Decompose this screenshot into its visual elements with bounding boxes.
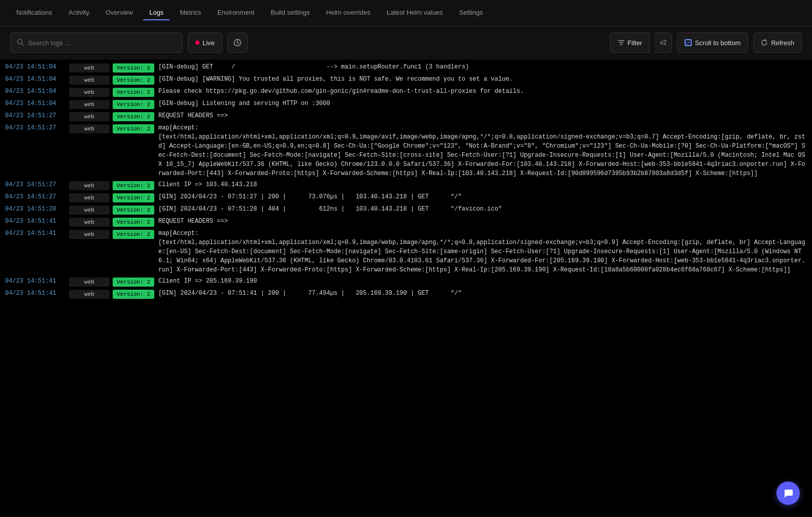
log-service: web xyxy=(69,88,110,97)
log-message: [GIN] 2024/04/23 - 07:51:27 | 200 | 73.0… xyxy=(158,192,807,201)
log-service: web xyxy=(69,76,110,85)
log-version: Version: 2 xyxy=(113,290,154,299)
log-timestamp: 04/23 14:51:27 xyxy=(5,180,66,189)
refresh-button[interactable]: Refresh xyxy=(753,32,802,53)
log-timestamp: 04/23 14:51:41 xyxy=(5,277,66,286)
log-message: map[Accept: [text/html,application/xhtml… xyxy=(158,229,807,274)
log-message: REQUEST HEADERS ==> xyxy=(158,111,807,120)
nav-item-logs[interactable]: Logs xyxy=(143,6,170,20)
log-row: 04/23 14:51:04webVersion: 2[GIN-debug] G… xyxy=(0,61,812,74)
log-version: Version: 2 xyxy=(113,76,154,85)
log-row: 04/23 14:51:41webVersion: 2Client IP => … xyxy=(0,275,812,288)
nav-item-settings[interactable]: Settings xyxy=(453,6,489,20)
log-version: Version: 2 xyxy=(113,124,154,133)
chat-bubble[interactable] xyxy=(776,481,800,505)
log-timestamp: 04/23 14:51:04 xyxy=(5,99,66,108)
log-version: Version: 2 xyxy=(113,181,154,190)
log-row: 04/23 14:51:27webVersion: 2REQUEST HEADE… xyxy=(0,110,812,122)
log-service: web xyxy=(69,290,110,299)
log-row: 04/23 14:51:41webVersion: 2[GIN] 2024/04… xyxy=(0,288,812,300)
log-version: Version: 2 xyxy=(113,230,154,239)
log-message: [GIN-debug] Listening and serving HTTP o… xyxy=(158,99,807,108)
log-row: 04/23 14:51:04webVersion: 2Please check … xyxy=(0,86,812,98)
log-area[interactable]: 04/23 14:51:04webVersion: 2[GIN-debug] G… xyxy=(0,59,812,517)
filter-label: Filter xyxy=(628,39,642,47)
log-version: Version: 2 xyxy=(113,218,154,227)
log-service: web xyxy=(69,63,110,73)
log-message: Client IP => 205.169.39.190 xyxy=(158,277,807,286)
log-service: web xyxy=(69,124,110,133)
nav-item-overview[interactable]: Overview xyxy=(99,6,139,20)
v2-badge: v2 xyxy=(655,32,672,53)
log-service: web xyxy=(69,218,110,227)
scroll-checkbox xyxy=(685,39,692,46)
log-row: 04/23 14:51:27webVersion: 2Client IP => … xyxy=(0,179,812,191)
log-message: map[Accept: [text/html,application/xhtml… xyxy=(158,123,807,178)
log-row: 04/23 14:51:41webVersion: 2map[Accept: [… xyxy=(0,228,812,275)
log-row: 04/23 14:51:04webVersion: 2[GIN-debug] [… xyxy=(0,74,812,86)
nav-item-activity[interactable]: Activity xyxy=(62,6,95,20)
log-version: Version: 2 xyxy=(113,205,154,215)
log-timestamp: 04/23 14:51:41 xyxy=(5,229,66,238)
log-row: 04/23 14:51:41webVersion: 2REQUEST HEADE… xyxy=(0,216,812,228)
filter-button[interactable]: Filter xyxy=(610,32,650,53)
log-service: web xyxy=(69,112,110,121)
log-message: [GIN-debug] GET / --> main.setupRouter.f… xyxy=(158,62,807,72)
log-version: Version: 2 xyxy=(113,278,154,287)
log-timestamp: 04/23 14:51:27 xyxy=(5,123,66,132)
log-row: 04/23 14:51:04webVersion: 2[GIN-debug] L… xyxy=(0,98,812,110)
log-row: 04/23 14:51:27webVersion: 2map[Accept: [… xyxy=(0,122,812,179)
log-message: Please check https://pkg.go.dev/github.c… xyxy=(158,87,807,96)
log-service: web xyxy=(69,193,110,202)
refresh-label: Refresh xyxy=(771,39,794,47)
log-timestamp: 04/23 14:51:04 xyxy=(5,75,66,84)
nav-item-notifications[interactable]: Notifications xyxy=(10,6,58,20)
log-version: Version: 2 xyxy=(113,88,154,97)
nav-item-latest-helm-values[interactable]: Latest Helm values xyxy=(381,6,449,20)
scroll-label: Scroll to bottom xyxy=(695,39,740,47)
log-timestamp: 04/23 14:51:41 xyxy=(5,289,66,298)
log-service: web xyxy=(69,205,110,215)
nav-item-environment[interactable]: Environment xyxy=(211,6,260,20)
log-timestamp: 04/23 14:51:28 xyxy=(5,204,66,214)
search-input[interactable] xyxy=(28,39,176,47)
log-message: [GIN] 2024/04/23 - 07:51:28 | 404 | 612n… xyxy=(158,204,807,214)
log-message: Client IP => 103.40.143.218 xyxy=(158,180,807,189)
toolbar: Live Filter v2 Scroll to bottom Refresh xyxy=(0,26,812,59)
live-label: Live xyxy=(202,39,215,47)
nav-item-build-settings[interactable]: Build settings xyxy=(264,6,316,20)
svg-line-1 xyxy=(22,43,24,45)
log-timestamp: 04/23 14:51:04 xyxy=(5,87,66,96)
log-service: web xyxy=(69,100,110,109)
log-timestamp: 04/23 14:51:27 xyxy=(5,111,66,120)
log-timestamp: 04/23 14:51:41 xyxy=(5,217,66,226)
log-version: Version: 2 xyxy=(113,63,154,73)
log-service: web xyxy=(69,278,110,287)
log-row: 04/23 14:51:27webVersion: 2[GIN] 2024/04… xyxy=(0,191,812,203)
search-box[interactable] xyxy=(10,32,183,53)
nav-item-helm-overrides[interactable]: Helm overrides xyxy=(320,6,377,20)
top-nav: NotificationsActivityOverviewLogsMetrics… xyxy=(0,0,812,26)
log-version: Version: 2 xyxy=(113,112,154,121)
log-timestamp: 04/23 14:51:04 xyxy=(5,62,66,72)
log-service: web xyxy=(69,230,110,239)
search-icon xyxy=(17,39,24,47)
live-button[interactable]: Live xyxy=(188,32,222,53)
log-row: 04/23 14:51:28webVersion: 2[GIN] 2024/04… xyxy=(0,203,812,216)
log-service: web xyxy=(69,181,110,190)
log-version: Version: 2 xyxy=(113,193,154,202)
log-version: Version: 2 xyxy=(113,100,154,109)
log-message: [GIN-debug] [WARNING] You trusted all pr… xyxy=(158,75,807,84)
scroll-to-bottom-button[interactable]: Scroll to bottom xyxy=(677,32,748,53)
nav-item-metrics[interactable]: Metrics xyxy=(174,6,207,20)
log-timestamp: 04/23 14:51:27 xyxy=(5,192,66,201)
history-button[interactable] xyxy=(227,32,248,53)
log-message: REQUEST HEADERS ==> xyxy=(158,217,807,226)
log-message: [GIN] 2024/04/23 - 07:51:41 | 200 | 77.4… xyxy=(158,289,807,298)
live-indicator xyxy=(195,41,199,45)
